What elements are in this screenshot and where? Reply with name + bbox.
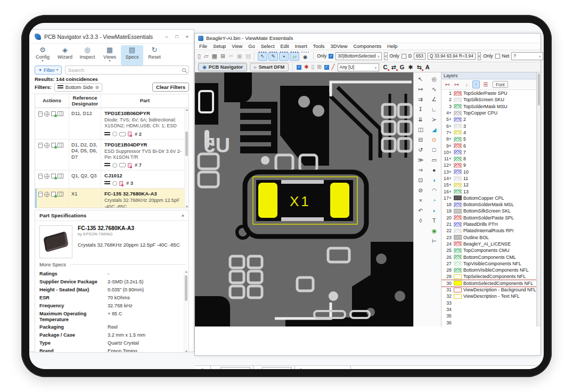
close-button[interactable]: ×	[186, 34, 189, 39]
table-row[interactable]: X1FC-135 32.7680KA-A3Crystals 32.768KHz …	[35, 189, 189, 208]
toolbar-inspect-button[interactable]: ◎Inspect	[76, 45, 99, 66]
layer-row[interactable]: 13+10	[441, 169, 536, 175]
layer-back-button[interactable]: <	[384, 52, 388, 60]
move-right-icon[interactable]: ↦	[414, 84, 428, 94]
paste-icon[interactable]: ▤	[245, 53, 251, 59]
layer-select-dropdown[interactable]: 30)BottomSelected ∨	[335, 52, 382, 60]
menu-edit[interactable]: Edit	[281, 44, 289, 49]
y-value-field[interactable]: 3554.788	[262, 367, 292, 369]
eraser-icon[interactable]: ◊	[414, 215, 428, 225]
clear-filters-button[interactable]: Clear Filters	[152, 83, 189, 92]
board-icon[interactable]	[58, 192, 63, 197]
minimize-button[interactable]: –	[165, 34, 168, 39]
globe-icon[interactable]	[44, 174, 50, 179]
shift-layer-left-icon[interactable]: ↤	[444, 80, 451, 88]
copy-icon[interactable]	[51, 111, 56, 116]
open-file-icon[interactable]: ▱	[204, 53, 208, 59]
menu-3dview[interactable]: 3DView	[331, 44, 348, 49]
dot-circle-icon[interactable]: ⊙	[428, 134, 441, 144]
layer-row[interactable]: 23Outline BOL	[441, 234, 536, 241]
filled-rect-icon[interactable]: ▭	[428, 154, 441, 165]
copy-icon[interactable]	[51, 192, 56, 197]
menu-select[interactable]: Select	[261, 44, 275, 49]
layer-row[interactable]: 9+6	[441, 142, 536, 149]
line-probe-icon[interactable]: ╱	[332, 64, 335, 70]
menu-go[interactable]: Go	[248, 44, 255, 49]
d-code-field[interactable]: 653	[414, 53, 425, 60]
layer-row[interactable]: 16+13	[441, 188, 536, 194]
board-icon[interactable]	[58, 111, 63, 116]
crosshair-icon[interactable]: ⊕	[305, 368, 309, 369]
rect-icon[interactable]: □	[428, 144, 441, 154]
globe-icon[interactable]	[44, 143, 50, 148]
component-c-icon[interactable]: C	[383, 64, 388, 70]
file-icon[interactable]	[38, 174, 43, 179]
smart-dfm-button[interactable]: ▹ Smart DFM	[250, 63, 289, 71]
more-specs[interactable]: More Specs	[39, 262, 185, 267]
only-net-checkbox[interactable]	[495, 54, 500, 59]
layer-stack-icon[interactable]: ☰	[482, 80, 489, 88]
snap-move-icon[interactable]: ⇒	[414, 165, 428, 175]
toolbar-config-button[interactable]: ⚙Config▾	[31, 45, 54, 66]
layer-row[interactable]: 30BottomSelectedComponents NFL	[441, 280, 536, 287]
menu-setup[interactable]: Setup	[213, 44, 226, 49]
layer-row[interactable]: 1TopSolderPaste SPU	[441, 90, 536, 96]
toolbar-reset-button[interactable]: ↻Reset	[143, 45, 166, 66]
select-layer-tool[interactable]: ▱	[290, 52, 299, 61]
step-forward-icon[interactable]: ≫	[414, 154, 428, 165]
pcb-canvas[interactable]: U5	[195, 72, 413, 326]
copy-icon[interactable]	[51, 174, 56, 178]
mirror-vertical-icon[interactable]: ⊟	[414, 134, 428, 144]
select-cursor-icon[interactable]: ↖	[414, 74, 428, 84]
chain-icon[interactable]: ≻	[428, 114, 441, 124]
scroll-down-icon[interactable]: ↓	[463, 80, 470, 88]
move-down-icon[interactable]: ↧	[414, 104, 428, 114]
table-row[interactable]: Q1, Q2, Q3CJ1012# 3	[35, 170, 189, 189]
disable-icon[interactable]: ⊘	[414, 185, 428, 195]
pcb-navigator-button[interactable]: ◉ PCB Navigator	[198, 63, 247, 71]
save-file-icon[interactable]: ▦	[212, 53, 217, 59]
select-all-checkbox[interactable]: ✓	[297, 65, 301, 70]
table-row[interactable]: D11, D12TPD1E10B06DPYRDiode: TVS; 6V; 6A…	[35, 108, 189, 140]
rotate-icon[interactable]: ↺	[414, 144, 428, 154]
layer-row[interactable]: 6+3	[441, 123, 536, 129]
visibility-tool[interactable]: ◉	[300, 52, 310, 61]
layer-row[interactable]: 18BottomSolderMask MSL	[441, 201, 536, 208]
close-specs-icon[interactable]: ×	[182, 213, 184, 218]
specs-scrollbar[interactable]: ▲ ▼	[184, 270, 189, 353]
layer-row[interactable]: 36	[441, 319, 536, 325]
filled-circle-icon[interactable]: ●	[428, 165, 441, 175]
layer-row[interactable]: 25TopComponents CMU	[441, 247, 536, 254]
font-button[interactable]: Font	[493, 81, 508, 88]
any-filter-dropdown[interactable]: Any [U] ∨	[338, 63, 379, 71]
arc-icon[interactable]: ∿	[428, 84, 441, 94]
search-input[interactable]	[68, 67, 182, 73]
copy-down-icon[interactable]: ⇊	[414, 114, 428, 124]
select-draw-tool[interactable]: ✎	[268, 52, 278, 61]
layer-row[interactable]: 21PlatedDrills PTH	[441, 221, 536, 227]
pointer-icon[interactable]: ↗	[311, 368, 315, 369]
layer-row[interactable]: 7+4	[441, 129, 536, 136]
doc-toggle-icon[interactable]: ▯	[312, 64, 315, 70]
layer-row[interactable]: 35	[441, 313, 536, 319]
maximize-button[interactable]: □	[175, 34, 178, 39]
select-pad-tool[interactable]: ▪	[279, 52, 289, 61]
scroll-up-arrow[interactable]: ▲	[185, 108, 189, 111]
select-cursor-tool[interactable]: ↖	[258, 52, 267, 61]
specs-scroll-down[interactable]: ▼	[184, 350, 189, 353]
arc-top-icon[interactable]: ◠	[428, 185, 441, 195]
layer-row[interactable]: 4+TopCopper CPU	[441, 110, 536, 116]
table-scrollbar[interactable]: ▲ ▼	[184, 108, 189, 208]
net-select-dropdown[interactable]: ? ∨	[511, 52, 543, 60]
only-d-checkbox[interactable]	[402, 54, 406, 59]
layer-row[interactable]: 33	[441, 300, 536, 306]
menu-view[interactable]: View	[232, 44, 242, 49]
d-back-button[interactable]: <	[478, 52, 481, 60]
new-file-icon[interactable]: ▯	[198, 53, 201, 59]
layer-row[interactable]: 26BottomComponents CML	[441, 254, 536, 260]
component-a-icon[interactable]: A	[425, 64, 430, 70]
protractor-icon[interactable]: ∠	[298, 368, 302, 369]
undo-icon[interactable]: ↶	[414, 205, 428, 215]
specs-scroll-thumb[interactable]	[185, 275, 187, 301]
delete-icon[interactable]: ×	[414, 195, 428, 205]
